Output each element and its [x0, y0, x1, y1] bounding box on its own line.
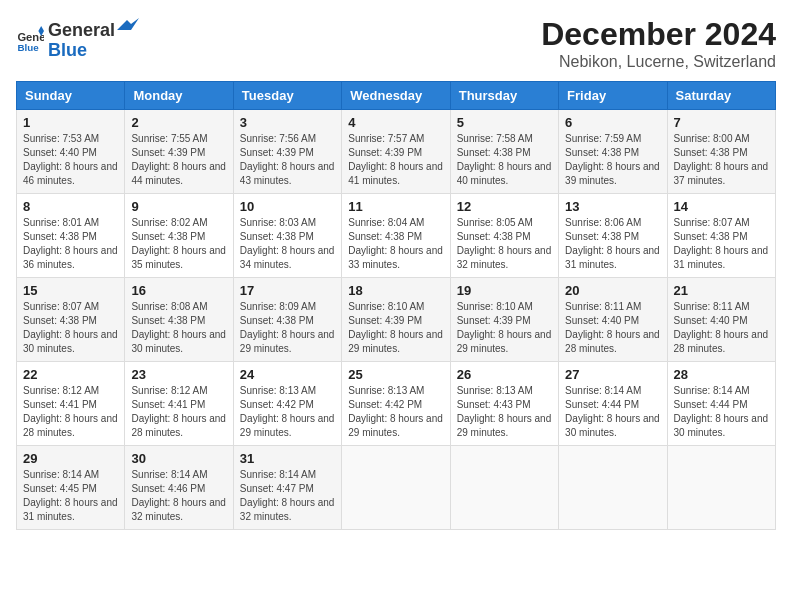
- day-info: Sunrise: 7:57 AMSunset: 4:39 PMDaylight:…: [348, 132, 443, 188]
- day-number: 9: [131, 199, 226, 214]
- weekday-header-row: SundayMondayTuesdayWednesdayThursdayFrid…: [17, 82, 776, 110]
- location-title: Nebikon, Lucerne, Switzerland: [541, 53, 776, 71]
- day-info: Sunrise: 8:13 AMSunset: 4:43 PMDaylight:…: [457, 384, 552, 440]
- day-info: Sunrise: 7:53 AMSunset: 4:40 PMDaylight:…: [23, 132, 118, 188]
- calendar-cell: 12Sunrise: 8:05 AMSunset: 4:38 PMDayligh…: [450, 194, 558, 278]
- day-info: Sunrise: 8:07 AMSunset: 4:38 PMDaylight:…: [674, 216, 769, 272]
- day-number: 11: [348, 199, 443, 214]
- day-number: 4: [348, 115, 443, 130]
- calendar-cell: 9Sunrise: 8:02 AMSunset: 4:38 PMDaylight…: [125, 194, 233, 278]
- day-number: 1: [23, 115, 118, 130]
- weekday-header-wednesday: Wednesday: [342, 82, 450, 110]
- day-number: 29: [23, 451, 118, 466]
- calendar-cell: 17Sunrise: 8:09 AMSunset: 4:38 PMDayligh…: [233, 278, 341, 362]
- day-number: 22: [23, 367, 118, 382]
- day-number: 6: [565, 115, 660, 130]
- page-header: General Blue General Blue December 2024 …: [16, 16, 776, 71]
- calendar-cell: [667, 446, 775, 530]
- calendar-cell: 22Sunrise: 8:12 AMSunset: 4:41 PMDayligh…: [17, 362, 125, 446]
- logo: General Blue General Blue: [16, 16, 141, 61]
- month-title: December 2024: [541, 16, 776, 53]
- weekday-header-sunday: Sunday: [17, 82, 125, 110]
- svg-marker-2: [38, 26, 44, 31]
- day-number: 14: [674, 199, 769, 214]
- day-number: 15: [23, 283, 118, 298]
- svg-text:Blue: Blue: [17, 42, 39, 52]
- calendar-cell: 24Sunrise: 8:13 AMSunset: 4:42 PMDayligh…: [233, 362, 341, 446]
- day-info: Sunrise: 8:08 AMSunset: 4:38 PMDaylight:…: [131, 300, 226, 356]
- calendar-cell: [342, 446, 450, 530]
- day-info: Sunrise: 8:12 AMSunset: 4:41 PMDaylight:…: [131, 384, 226, 440]
- day-number: 12: [457, 199, 552, 214]
- day-number: 23: [131, 367, 226, 382]
- calendar-cell: 18Sunrise: 8:10 AMSunset: 4:39 PMDayligh…: [342, 278, 450, 362]
- day-info: Sunrise: 8:03 AMSunset: 4:38 PMDaylight:…: [240, 216, 335, 272]
- title-block: December 2024 Nebikon, Lucerne, Switzerl…: [541, 16, 776, 71]
- calendar-week-row: 8Sunrise: 8:01 AMSunset: 4:38 PMDaylight…: [17, 194, 776, 278]
- day-number: 18: [348, 283, 443, 298]
- day-info: Sunrise: 8:09 AMSunset: 4:38 PMDaylight:…: [240, 300, 335, 356]
- day-number: 25: [348, 367, 443, 382]
- day-info: Sunrise: 7:59 AMSunset: 4:38 PMDaylight:…: [565, 132, 660, 188]
- day-number: 16: [131, 283, 226, 298]
- calendar-cell: 19Sunrise: 8:10 AMSunset: 4:39 PMDayligh…: [450, 278, 558, 362]
- day-info: Sunrise: 8:14 AMSunset: 4:47 PMDaylight:…: [240, 468, 335, 524]
- day-info: Sunrise: 8:05 AMSunset: 4:38 PMDaylight:…: [457, 216, 552, 272]
- day-number: 31: [240, 451, 335, 466]
- day-info: Sunrise: 8:07 AMSunset: 4:38 PMDaylight:…: [23, 300, 118, 356]
- day-number: 8: [23, 199, 118, 214]
- day-info: Sunrise: 8:12 AMSunset: 4:41 PMDaylight:…: [23, 384, 118, 440]
- day-info: Sunrise: 8:11 AMSunset: 4:40 PMDaylight:…: [565, 300, 660, 356]
- calendar-cell: 27Sunrise: 8:14 AMSunset: 4:44 PMDayligh…: [559, 362, 667, 446]
- calendar-week-row: 22Sunrise: 8:12 AMSunset: 4:41 PMDayligh…: [17, 362, 776, 446]
- day-number: 19: [457, 283, 552, 298]
- calendar-cell: 10Sunrise: 8:03 AMSunset: 4:38 PMDayligh…: [233, 194, 341, 278]
- day-info: Sunrise: 7:58 AMSunset: 4:38 PMDaylight:…: [457, 132, 552, 188]
- calendar-cell: 30Sunrise: 8:14 AMSunset: 4:46 PMDayligh…: [125, 446, 233, 530]
- day-number: 21: [674, 283, 769, 298]
- weekday-header-tuesday: Tuesday: [233, 82, 341, 110]
- calendar-cell: 5Sunrise: 7:58 AMSunset: 4:38 PMDaylight…: [450, 110, 558, 194]
- day-number: 20: [565, 283, 660, 298]
- calendar-cell: 31Sunrise: 8:14 AMSunset: 4:47 PMDayligh…: [233, 446, 341, 530]
- logo-general-text: General: [48, 21, 115, 41]
- calendar-cell: 16Sunrise: 8:08 AMSunset: 4:38 PMDayligh…: [125, 278, 233, 362]
- calendar-cell: 15Sunrise: 8:07 AMSunset: 4:38 PMDayligh…: [17, 278, 125, 362]
- day-number: 7: [674, 115, 769, 130]
- day-number: 30: [131, 451, 226, 466]
- calendar-week-row: 15Sunrise: 8:07 AMSunset: 4:38 PMDayligh…: [17, 278, 776, 362]
- day-number: 24: [240, 367, 335, 382]
- day-number: 5: [457, 115, 552, 130]
- day-number: 28: [674, 367, 769, 382]
- day-info: Sunrise: 8:00 AMSunset: 4:38 PMDaylight:…: [674, 132, 769, 188]
- calendar-cell: 20Sunrise: 8:11 AMSunset: 4:40 PMDayligh…: [559, 278, 667, 362]
- calendar-cell: 29Sunrise: 8:14 AMSunset: 4:45 PMDayligh…: [17, 446, 125, 530]
- day-info: Sunrise: 8:10 AMSunset: 4:39 PMDaylight:…: [348, 300, 443, 356]
- day-info: Sunrise: 8:13 AMSunset: 4:42 PMDaylight:…: [240, 384, 335, 440]
- day-info: Sunrise: 8:01 AMSunset: 4:38 PMDaylight:…: [23, 216, 118, 272]
- calendar-week-row: 29Sunrise: 8:14 AMSunset: 4:45 PMDayligh…: [17, 446, 776, 530]
- svg-marker-4: [117, 18, 139, 30]
- calendar-cell: 26Sunrise: 8:13 AMSunset: 4:43 PMDayligh…: [450, 362, 558, 446]
- logo-bird-icon: [117, 16, 139, 36]
- calendar-cell: 6Sunrise: 7:59 AMSunset: 4:38 PMDaylight…: [559, 110, 667, 194]
- calendar-cell: 23Sunrise: 8:12 AMSunset: 4:41 PMDayligh…: [125, 362, 233, 446]
- calendar-cell: 25Sunrise: 8:13 AMSunset: 4:42 PMDayligh…: [342, 362, 450, 446]
- calendar-cell: 11Sunrise: 8:04 AMSunset: 4:38 PMDayligh…: [342, 194, 450, 278]
- weekday-header-saturday: Saturday: [667, 82, 775, 110]
- weekday-header-friday: Friday: [559, 82, 667, 110]
- day-info: Sunrise: 8:06 AMSunset: 4:38 PMDaylight:…: [565, 216, 660, 272]
- day-number: 3: [240, 115, 335, 130]
- day-number: 2: [131, 115, 226, 130]
- day-info: Sunrise: 8:14 AMSunset: 4:44 PMDaylight:…: [565, 384, 660, 440]
- logo-blue-text: Blue: [48, 40, 87, 60]
- day-info: Sunrise: 8:14 AMSunset: 4:44 PMDaylight:…: [674, 384, 769, 440]
- day-info: Sunrise: 7:55 AMSunset: 4:39 PMDaylight:…: [131, 132, 226, 188]
- calendar-cell: 21Sunrise: 8:11 AMSunset: 4:40 PMDayligh…: [667, 278, 775, 362]
- calendar-cell: 14Sunrise: 8:07 AMSunset: 4:38 PMDayligh…: [667, 194, 775, 278]
- logo-icon: General Blue: [16, 24, 44, 52]
- day-info: Sunrise: 7:56 AMSunset: 4:39 PMDaylight:…: [240, 132, 335, 188]
- day-number: 17: [240, 283, 335, 298]
- weekday-header-monday: Monday: [125, 82, 233, 110]
- calendar-cell: [559, 446, 667, 530]
